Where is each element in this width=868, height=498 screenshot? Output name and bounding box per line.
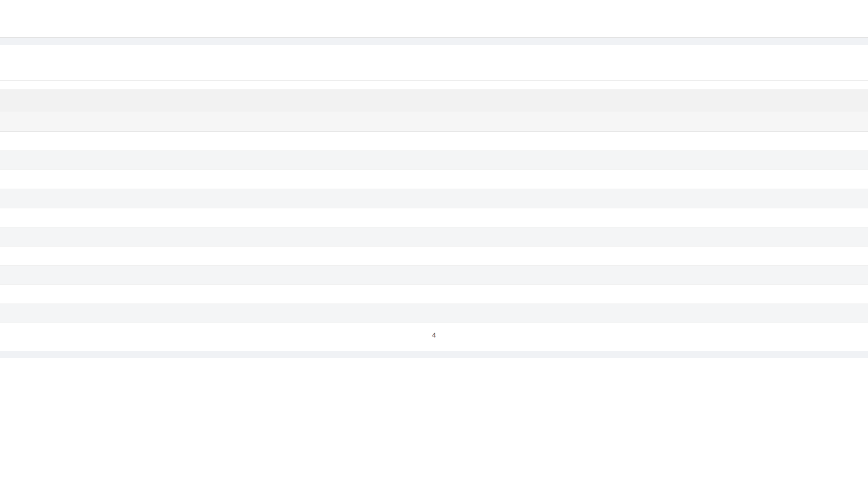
table-row: 周庄镇8694760552...巨鼎天衡0/00/0正常离线2021-06-05… <box>0 189 868 208</box>
table-row: 巴城镇8694760551...巨鼎天衡1/29259.95/15382...正… <box>0 265 868 284</box>
table-row: 周市镇8694760552...巨鼎天衡3/20061.05/6038.1正常在… <box>0 246 868 265</box>
app-frame: 巨鼎物联网数字平台 首页设备列表商户管理物品编码回收记录统计报表授权平台接入平台… <box>0 0 868 358</box>
device-table: 所属商户设备编号设备名称今日/累计称...今日/累计重...设备状态网络状态信号… <box>0 112 868 323</box>
cell-actions: 编辑 <box>0 265 868 284</box>
cell-actions: 编辑 <box>0 303 868 323</box>
cell-actions: 编辑 <box>0 208 868 227</box>
table-body: 淀山湖镇8694760552...巨鼎天衡0/150/169.15正常离线202… <box>0 131 868 323</box>
page-button-4[interactable]: 4 <box>0 328 868 342</box>
cell-actions: 编辑 <box>0 131 868 150</box>
cell-actions: 编辑 <box>0 227 868 246</box>
table-header-row: 所属商户设备编号设备名称今日/累计称...今日/累计重...设备状态网络状态信号… <box>0 112 868 131</box>
search-row: 查询 添加 <box>0 45 868 81</box>
table-row: 巴城镇8694760552...巨鼎天衡1/63163.15/24785...正… <box>0 227 868 246</box>
content: 查询 添加 分配 回收 <box>0 38 868 358</box>
cell-actions: 编辑 <box>0 189 868 208</box>
topbar: 系统维护人员 ▼ <box>0 0 868 17</box>
page: 巨鼎物联网数字平台 首页设备列表商户管理物品编码回收记录统计报表授权平台接入平台… <box>0 168 868 182</box>
cell-actions: 编辑 <box>0 170 868 189</box>
grid-toolbar: 分配 回收 <box>0 89 868 112</box>
table-row: 周市镇8694760552...巨鼎天衡0/920/21744正常在线2021-… <box>0 170 868 189</box>
tabbar: « 首页设备列表× » ∨ <box>0 17 868 38</box>
cell-actions: 编辑 <box>0 150 868 170</box>
table-row: 巴城镇8694760551...巨鼎天衡0/1380/4849.7正常在线202… <box>0 303 868 323</box>
table-row: 周市镇8694760552...巨鼎天衡2/8770.45/6050.5正常在线… <box>0 208 868 227</box>
pagination-pages: 1...456 <box>0 328 868 342</box>
grid-wrap: 分配 回收 所属商户设备编号设备名称今日/累计称...今日/累计 <box>0 89 868 348</box>
main-area: 系统维护人员 ▼ « 首页设备列表× » ∨ <box>0 0 868 358</box>
cell-actions: 编辑 <box>0 284 868 303</box>
table-row: 巴城镇8694760552...巨鼎天衡0/2780/12642.15正常在线2… <box>0 284 868 303</box>
column-header: 操作 <box>0 112 868 131</box>
table-row: 淀山湖镇8694760552...巨鼎天衡0/150/169.15正常离线202… <box>0 131 868 150</box>
device-list-panel: 查询 添加 分配 回收 <box>0 45 868 351</box>
cell-actions: 编辑 <box>0 246 868 265</box>
table-row: 8694760552...8694760552...0/270/831.9待激活… <box>0 150 868 170</box>
pagination: ‹ 1...456 › 到第 页 确定 共 53 条 <box>0 323 868 348</box>
